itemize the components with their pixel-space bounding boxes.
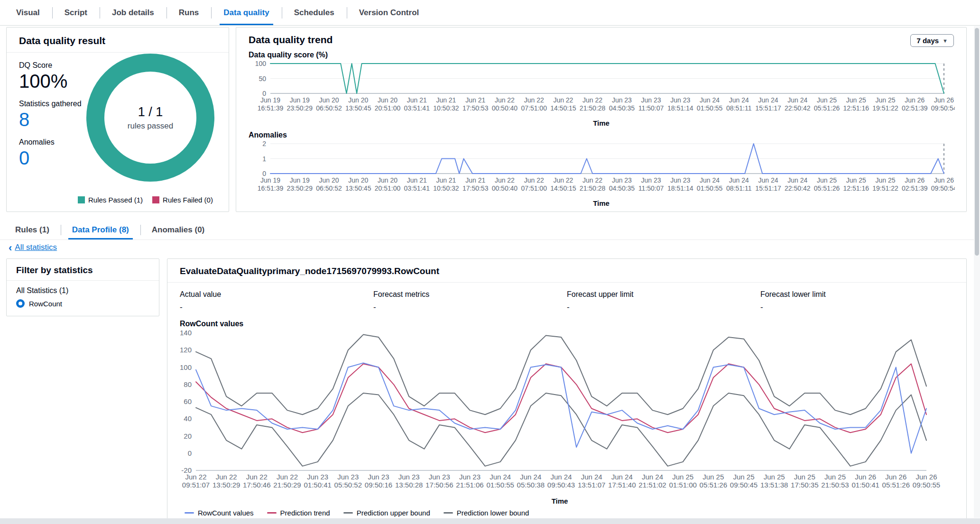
svg-text:Jun 1923:50:29: Jun 1923:50:29 — [287, 96, 313, 112]
tab-job-details[interactable]: Job details — [100, 0, 166, 25]
svg-text:Jun 2013:50:45: Jun 2013:50:45 — [345, 96, 371, 112]
forecast-metrics-value: - — [373, 303, 567, 312]
anomalies-value[interactable]: 0 — [19, 147, 82, 169]
svg-text:Jun 2415:51:17: Jun 2415:51:17 — [755, 96, 781, 112]
prediction-trend-swatch — [267, 512, 277, 514]
rules-failed-label: Rules Failed (0) — [163, 196, 213, 204]
tab-anomalies[interactable]: Anomalies (0) — [140, 220, 216, 239]
tab-data-profile[interactable]: Data Profile (8) — [61, 220, 140, 239]
forecast-metrics-label: Forecast metrics — [373, 290, 567, 299]
svg-text:Jun 2214:50:15: Jun 2214:50:15 — [550, 176, 576, 192]
svg-text:2: 2 — [262, 140, 266, 147]
svg-text:Jun 2415:51:17: Jun 2415:51:17 — [755, 176, 781, 192]
svg-text:Jun 2207:51:00: Jun 2207:51:00 — [521, 96, 547, 112]
score-chart-time-label: Time — [249, 119, 954, 127]
tab-runs[interactable]: Runs — [166, 0, 212, 25]
tab-visual[interactable]: Visual — [4, 0, 52, 25]
vertical-scrollbar[interactable] — [974, 26, 980, 518]
svg-text:Jun 2609:50:54: Jun 2609:50:54 — [931, 96, 955, 112]
svg-text:Jun 2013:50:45: Jun 2013:50:45 — [345, 176, 371, 192]
actual-value-value: - — [180, 303, 373, 312]
svg-text:Jun 1916:51:39: Jun 1916:51:39 — [258, 96, 284, 112]
forecast-upper-limit-label: Forecast upper limit — [567, 290, 760, 299]
svg-text:Jun 2417:51:40: Jun 2417:51:40 — [608, 473, 636, 489]
horizontal-scrollbar[interactable] — [0, 518, 980, 524]
vertical-scrollbar-thumb[interactable] — [975, 28, 979, 256]
svg-text:Jun 2517:50:35: Jun 2517:50:35 — [791, 473, 818, 489]
statistic-option-rowcount[interactable]: RowCount — [16, 299, 149, 308]
svg-text:Jun 2110:50:32: Jun 2110:50:32 — [433, 176, 459, 192]
forecast-metrics-metric: Forecast metrics - — [373, 290, 567, 312]
svg-text:Jun 2413:51:07: Jun 2413:51:07 — [578, 473, 605, 489]
svg-text:Jun 2408:51:11: Jun 2408:51:11 — [726, 96, 752, 112]
svg-text:20: 20 — [184, 432, 192, 440]
forecast-metrics-row: Actual value - Forecast metrics - Foreca… — [167, 283, 966, 312]
profile-card-title: EvaluateDataQualityprimary_node171569707… — [167, 259, 966, 283]
prediction-upper-bound-swatch — [343, 512, 353, 514]
trend-card-title: Data quality trend — [249, 34, 333, 46]
svg-text:Jun 2512:51:16: Jun 2512:51:16 — [843, 176, 869, 192]
filter-by-statistics-card: Filter by statistics All Statistics (1) … — [6, 258, 159, 316]
svg-text:Jun 2020:51:00: Jun 2020:51:00 — [375, 176, 401, 192]
legend-rules-failed: Rules Failed (0) — [152, 196, 213, 204]
svg-text:Jun 2207:51:00: Jun 2207:51:00 — [521, 176, 547, 192]
rowcount-values-legend-label: RowCount values — [198, 509, 254, 517]
svg-text:0: 0 — [188, 449, 192, 457]
svg-text:Jun 2313:50:28: Jun 2313:50:28 — [395, 473, 423, 489]
forecast-upper-limit-value: - — [567, 303, 760, 312]
legend-prediction-upper-bound: Prediction upper bound — [343, 509, 430, 517]
data-quality-trend-card: Data quality trend 7 days ▼ Data quality… — [236, 27, 967, 212]
svg-text:Jun 2421:51:02: Jun 2421:51:02 — [638, 473, 666, 489]
radio-selected-icon[interactable] — [16, 299, 25, 308]
tab-rules[interactable]: Rules (1) — [4, 220, 61, 239]
score-chart-title: Data quality score (%) — [249, 51, 954, 59]
svg-text:Jun 1916:51:39: Jun 1916:51:39 — [258, 176, 284, 192]
tab-script[interactable]: Script — [52, 0, 100, 25]
svg-text:1: 1 — [262, 155, 266, 163]
svg-text:60: 60 — [184, 397, 192, 405]
svg-text:Jun 2609:50:54: Jun 2609:50:54 — [931, 176, 955, 192]
svg-text:Jun 2103:51:41: Jun 2103:51:41 — [404, 176, 430, 192]
svg-text:Jun 2408:51:11: Jun 2408:51:11 — [726, 176, 752, 192]
svg-text:Jun 2110:50:32: Jun 2110:50:32 — [433, 96, 459, 112]
svg-text:Jun 2006:50:52: Jun 2006:50:52 — [316, 96, 342, 112]
rules-passed-swatch — [78, 196, 85, 203]
anomalies-chart: 012Jun 1916:51:39Jun 1923:50:29Jun 2006:… — [249, 140, 955, 197]
donut-legend: Rules Passed (1) Rules Failed (0) — [78, 196, 213, 204]
svg-text:Jun 2117:50:53: Jun 2117:50:53 — [462, 176, 489, 192]
all-statistics-group-label: All Statistics (1) — [16, 286, 149, 295]
rules-donut-chart: 1 / 1 rules passed — [86, 54, 214, 182]
actual-value-metric: Actual value - — [180, 290, 373, 312]
svg-text:Jun 2509:50:45: Jun 2509:50:45 — [730, 473, 758, 489]
svg-text:Jun 2401:50:55: Jun 2401:50:55 — [487, 473, 514, 489]
svg-text:Jun 2317:50:56: Jun 2317:50:56 — [425, 473, 453, 489]
tab-data-quality[interactable]: Data quality — [211, 0, 281, 25]
svg-text:50: 50 — [259, 75, 266, 83]
prediction-trend-legend-label: Prediction trend — [280, 509, 330, 517]
svg-text:Jun 2422:50:42: Jun 2422:50:42 — [785, 176, 811, 192]
prediction-lower-bound-swatch — [444, 512, 453, 514]
svg-text:Jun 2311:50:07: Jun 2311:50:07 — [638, 176, 664, 192]
dq-score-value: 100% — [19, 71, 82, 92]
statistics-gathered-value[interactable]: 8 — [19, 109, 82, 130]
svg-text:Jun 2221:50:28: Jun 2221:50:28 — [580, 176, 606, 192]
detail-tab-bar: Rules (1) Data Profile (8) Anomalies (0) — [0, 220, 980, 240]
svg-text:Jun 2309:50:16: Jun 2309:50:16 — [365, 473, 392, 489]
range-selector[interactable]: 7 days ▼ — [910, 34, 954, 47]
forecast-lower-limit-value: - — [760, 303, 954, 312]
svg-text:Jun 2311:50:07: Jun 2311:50:07 — [638, 96, 664, 112]
rowcount-values-chart: -20020406080100120140Jun 2209:51:07Jun 2… — [172, 328, 947, 495]
all-statistics-link[interactable]: ‹ All statistics — [9, 243, 57, 252]
svg-text:Jun 2521:50:53: Jun 2521:50:53 — [821, 473, 849, 489]
svg-text:Jun 2304:50:35: Jun 2304:50:35 — [609, 96, 635, 112]
tab-schedules[interactable]: Schedules — [282, 0, 347, 25]
filter-card-title: Filter by statistics — [7, 259, 159, 281]
tab-version-control[interactable]: Version Control — [347, 0, 432, 25]
svg-text:Jun 2505:51:26: Jun 2505:51:26 — [814, 96, 840, 112]
dq-score-label: DQ Score — [19, 61, 82, 70]
svg-text:Jun 1923:50:29: Jun 1923:50:29 — [287, 176, 313, 192]
svg-text:100: 100 — [180, 363, 192, 371]
data-quality-score-chart: 050100Jun 1916:51:39Jun 1923:50:29Jun 20… — [249, 60, 955, 117]
chevron-left-icon: ‹ — [9, 244, 12, 252]
rowcount-values-swatch — [185, 512, 194, 514]
